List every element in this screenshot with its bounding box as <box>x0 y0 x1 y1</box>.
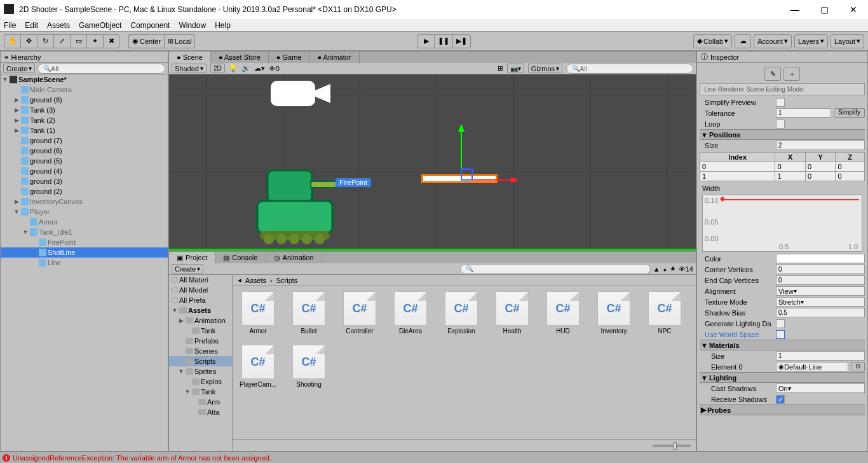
grid-snap-icon[interactable]: ⊞ <box>498 64 503 73</box>
project-tree-item[interactable]: Explos <box>169 377 232 387</box>
layout-dropdown[interactable]: Layout ▾ <box>831 34 864 48</box>
project-file[interactable]: C#Shooting <box>288 345 329 388</box>
project-tree-item[interactable]: Tank <box>169 326 232 336</box>
materials-section[interactable]: ▼ Materials <box>700 340 865 350</box>
hierarchy-item[interactable]: ground (2) <box>1 186 168 197</box>
materials-size-field[interactable]: 1 <box>776 351 865 361</box>
hierarchy-item[interactable]: Line <box>1 258 168 268</box>
probes-section[interactable]: ▶ Probes <box>700 404 865 415</box>
scene-tab-asset-store[interactable]: ● Asset Store <box>211 52 269 63</box>
hierarchy-item[interactable]: ▼ Tank_Idle1 <box>1 227 168 237</box>
inspector-tab[interactable]: ⓘ Inspector <box>697 52 867 63</box>
project-file[interactable]: C#Armor <box>238 291 278 335</box>
project-file[interactable]: C#DieArea <box>390 291 431 335</box>
hierarchy-search-input[interactable]: 🔍All <box>37 64 165 74</box>
positions-table[interactable]: IndexXYZ 0000 1100 <box>700 152 865 181</box>
project-file[interactable]: C#Health <box>492 291 532 335</box>
fav-icon[interactable]: ⬥ <box>663 265 667 273</box>
loop-checkbox[interactable] <box>776 120 785 128</box>
close-button[interactable]: ✕ <box>839 0 868 19</box>
hierarchy-item[interactable]: ground (5) <box>1 156 168 166</box>
project-tree-item[interactable]: ▼ Assets <box>169 305 232 315</box>
pivot-center-toggle[interactable]: ◉ Center <box>128 34 164 48</box>
rect-tool[interactable]: ▭ <box>70 34 86 48</box>
pivot-local-toggle[interactable]: ⊞ Local <box>164 34 195 48</box>
project-tree-item[interactable]: Scenes <box>169 346 232 356</box>
collab-dropdown[interactable]: ◆ Collab ▾ <box>693 34 732 48</box>
hierarchy-item[interactable]: ground (6) <box>1 146 168 156</box>
menu-gameobject[interactable]: GameObject <box>79 21 121 30</box>
project-tree-item[interactable]: Scripts <box>169 356 232 366</box>
status-bar[interactable]: ! UnassignedReferenceException: The vari… <box>0 452 868 463</box>
cloud-button[interactable]: ☁ <box>735 34 751 48</box>
project-breadcrumb[interactable]: ◂ Assets › Scripts <box>233 275 696 286</box>
fx-icon[interactable]: ☁▾ <box>254 64 265 73</box>
mode-2d-toggle[interactable]: 2D <box>210 64 225 73</box>
receive-shadows-checkbox[interactable]: ✓ <box>776 395 785 404</box>
hierarchy-item[interactable]: ▶ Tank (2) <box>1 115 168 125</box>
move-tool[interactable]: ✥ <box>20 34 37 48</box>
menu-edit[interactable]: Edit <box>25 21 38 30</box>
audio-icon[interactable]: 🔊 <box>241 64 250 73</box>
scene-tab-scene[interactable]: ● Scene <box>169 52 211 63</box>
project-tree-item[interactable]: Arm <box>169 397 232 407</box>
add-point-button[interactable]: ＋ <box>783 67 800 81</box>
project-file[interactable]: C#HUD <box>543 291 583 335</box>
texture-mode-dropdown[interactable]: Stretch ▾ <box>776 297 865 307</box>
play-button[interactable]: ▶ <box>417 34 434 48</box>
positions-section[interactable]: ▼ Positions <box>700 129 865 140</box>
simplify-button[interactable]: Simplify <box>834 108 865 118</box>
scene-tab-game[interactable]: ● Game <box>269 52 310 63</box>
custom-tool[interactable]: ✖ <box>103 34 119 48</box>
generate-lighting-checkbox[interactable] <box>776 319 785 328</box>
hierarchy-tab[interactable]: ≡ Hierarchy <box>1 52 168 63</box>
hierarchy-item[interactable]: ▼ Player <box>1 207 168 217</box>
gizmos-dropdown[interactable]: Gizmos ▾ <box>528 64 562 73</box>
star-icon[interactable]: ★ <box>670 265 676 273</box>
project-file[interactable]: C#Bullet <box>288 291 329 335</box>
end-cap-vertices-field[interactable]: 0 <box>776 275 865 285</box>
corner-vertices-field[interactable]: 0 <box>776 265 865 274</box>
animation-tab[interactable]: ◷ Animation <box>266 252 322 263</box>
project-tree-item[interactable]: ▼ Tank <box>169 387 232 397</box>
project-file[interactable]: C#Controller <box>339 291 380 335</box>
light-icon[interactable]: 💡 <box>229 64 238 73</box>
element-0-field[interactable]: ◉ Default-Line <box>776 362 848 371</box>
console-tab[interactable]: ▤ Console <box>215 252 266 263</box>
hierarchy-item[interactable]: Main Camera <box>1 85 168 95</box>
hierarchy-item[interactable]: ground (3) <box>1 176 168 186</box>
hierarchy-item[interactable]: ground (4) <box>1 166 168 176</box>
project-tree-item[interactable]: Atta <box>169 407 232 417</box>
layers-dropdown[interactable]: Layers ▾ <box>794 34 828 48</box>
alignment-dropdown[interactable]: View ▾ <box>776 286 865 296</box>
edit-points-button[interactable]: ✎ <box>764 67 781 81</box>
scene-tab-animator[interactable]: ● Animator <box>310 52 360 63</box>
project-tree-item[interactable]: All Materi <box>169 275 232 285</box>
filter-icon[interactable]: ▲ <box>653 265 660 273</box>
hierarchy-create-dropdown[interactable]: Create ▾ <box>3 64 35 73</box>
project-file[interactable]: C#Inventory <box>593 291 634 335</box>
project-file[interactable]: C#PlayerCam... <box>238 345 278 388</box>
shadow-bias-field[interactable]: 0.5 <box>776 308 865 317</box>
project-search-input[interactable]: 🔍 <box>460 264 651 274</box>
project-tree-item[interactable]: All Prefa <box>169 295 232 305</box>
width-curve-editor[interactable]: 0.10 0.05 0.00 0.5 1.0 <box>702 195 862 252</box>
hierarchy-item[interactable]: ▶ InventoryCanvas <box>1 197 168 207</box>
menu-window[interactable]: Window <box>179 21 206 30</box>
zoom-slider[interactable] <box>653 445 691 447</box>
tolerance-field[interactable]: 1 <box>776 108 831 118</box>
hierarchy-item[interactable]: ▶ Tank (3) <box>1 105 168 115</box>
hierarchy-item[interactable]: ▶ Tank (1) <box>1 125 168 135</box>
project-file[interactable]: C#Explosion <box>441 291 482 335</box>
rotate-tool[interactable]: ↻ <box>37 34 53 48</box>
project-create-dropdown[interactable]: Create ▾ <box>172 264 203 273</box>
pause-button[interactable]: ❚❚ <box>434 34 452 48</box>
project-tab[interactable]: ▣ Project <box>169 252 215 263</box>
hierarchy-item[interactable]: ShotLine <box>1 247 168 258</box>
minimize-button[interactable]: — <box>780 0 810 19</box>
cast-shadows-dropdown[interactable]: On ▾ <box>776 384 865 393</box>
project-tree-item[interactable]: All Model <box>169 285 232 295</box>
hidden-icon[interactable]: 👁14 <box>679 265 693 273</box>
hierarchy-item[interactable]: ground (7) <box>1 135 168 146</box>
project-file[interactable]: C#NPC <box>644 291 685 335</box>
